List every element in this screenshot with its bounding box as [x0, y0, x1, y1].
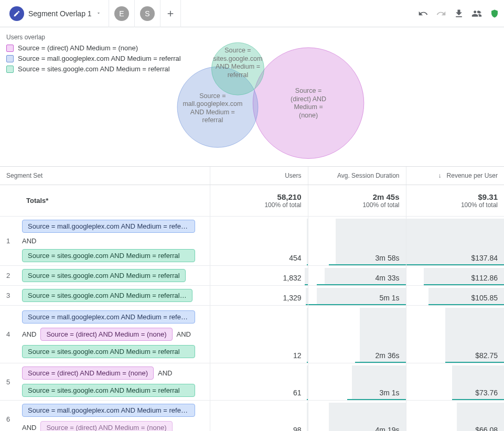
row-number: 6	[6, 415, 22, 423]
results-table: Segment Set Users Avg. Session Duration …	[0, 167, 504, 431]
tab-badge-e: E	[114, 6, 129, 21]
totals-dur: 2m 45s	[315, 192, 400, 201]
row-number: 4	[6, 330, 22, 338]
swatch-purple	[6, 45, 14, 52]
svg-text:referral: referral	[228, 71, 249, 79]
row-number: 5	[6, 378, 22, 386]
chip-direct[interactable]: Source = (direct) AND Medium = (none)	[40, 421, 172, 431]
cell-rev: $73.76	[475, 389, 498, 397]
tab-e[interactable]: E	[109, 0, 135, 27]
swatch-teal	[6, 66, 14, 73]
swatch-blue	[6, 55, 14, 62]
chevron-down-icon[interactable]	[96, 9, 101, 17]
pencil-icon	[9, 6, 24, 21]
tab-label: Segment Overlap 1	[28, 9, 92, 18]
cell-rev: $112.86	[471, 274, 498, 282]
venn-panel: Users overlap Source = (direct) AND Medi…	[0, 27, 504, 167]
cell-users: 61	[293, 389, 302, 397]
cell-users: 98	[293, 426, 302, 431]
legend-label: Source = (direct) AND Medium = (none)	[18, 44, 138, 52]
totals-rev-sub: 100% of total	[413, 201, 498, 209]
svg-text:Medium =: Medium =	[294, 103, 323, 111]
svg-text:Source =: Source =	[199, 92, 226, 100]
totals-users: 58,210	[217, 192, 302, 201]
table-row: 6 Source = mall.googleplex.com AND Mediu…	[0, 401, 504, 432]
row-number: 1	[6, 237, 22, 245]
totals-row: Totals* 58,210100% of total 2m 45s100% o…	[0, 185, 504, 217]
chip-sites[interactable]: Source = sites.google.com AND Medium = r…	[22, 269, 186, 282]
cell-users: 454	[289, 254, 301, 262]
cell-users: 1,832	[283, 274, 301, 282]
col-duration[interactable]: Avg. Session Duration	[308, 167, 406, 185]
redo-icon[interactable]	[436, 8, 446, 19]
undo-icon[interactable]	[418, 8, 428, 19]
col-segment[interactable]: Segment Set	[0, 167, 210, 185]
col-users[interactable]: Users	[210, 167, 308, 185]
cell-users: 1,329	[283, 294, 301, 302]
and-label: AND	[22, 424, 36, 431]
topbar-actions	[418, 8, 500, 19]
and-label: AND	[177, 330, 191, 338]
cell-dur: 4m 19s	[376, 426, 400, 431]
legend-label: Source = mall.googleplex.com AND Medium …	[18, 55, 181, 62]
svg-text:referral: referral	[202, 116, 223, 124]
svg-text:AND Medium =: AND Medium =	[190, 109, 235, 116]
cell-users: 12	[293, 351, 302, 360]
plus-icon	[166, 9, 175, 18]
cell-dur: 3m 58s	[376, 254, 400, 262]
totals-rev: $9.31	[413, 192, 498, 201]
svg-text:Source =: Source =	[295, 87, 321, 94]
svg-text:Source =: Source =	[224, 47, 251, 54]
cell-rev: $66.08	[475, 426, 498, 431]
chip-mall[interactable]: Source = mall.googleplex.com AND Medium …	[22, 310, 195, 324]
download-icon[interactable]	[454, 8, 464, 19]
tab-s[interactable]: S	[135, 0, 160, 27]
row-number: 2	[6, 272, 22, 279]
cell-rev: $105.85	[471, 294, 498, 302]
cell-rev: $137.84	[471, 254, 498, 262]
chip-sites-trunc[interactable]: Source = sites.google.com AND Medium = r…	[22, 289, 192, 302]
cell-dur: 4m 33s	[376, 274, 400, 282]
table-row: 5 Source = (direct) AND Medium = (none) …	[0, 363, 504, 401]
cell-dur: 3m 1s	[379, 389, 399, 397]
shield-icon[interactable]	[489, 8, 500, 19]
and-label: AND	[22, 237, 203, 245]
svg-text:mall.googleplex.com: mall.googleplex.com	[183, 100, 242, 107]
chip-direct[interactable]: Source = (direct) AND Medium = (none)	[40, 328, 172, 341]
chip-mall[interactable]: Source = mall.googleplex.com AND Medium …	[22, 220, 195, 233]
share-icon[interactable]	[471, 8, 482, 19]
add-tab[interactable]	[160, 0, 181, 27]
chip-mall[interactable]: Source = mall.googleplex.com AND Medium …	[22, 404, 195, 417]
chip-sites[interactable]: Source = sites.google.com AND Medium = r…	[22, 384, 195, 397]
topbar: Segment Overlap 1 E S	[0, 0, 504, 27]
cell-dur: 5m 1s	[379, 294, 399, 302]
chip-sites[interactable]: Source = sites.google.com AND Medium = r…	[22, 345, 195, 358]
active-tab[interactable]: Segment Overlap 1	[4, 0, 109, 27]
table-row: 1 Source = mall.googleplex.com AND Mediu…	[0, 217, 504, 266]
sort-desc-icon: ↓	[438, 172, 442, 179]
totals-users-sub: 100% of total	[217, 201, 302, 209]
chip-direct[interactable]: Source = (direct) AND Medium = (none)	[22, 367, 154, 380]
totals-label: Totals*	[6, 197, 203, 204]
cell-rev: $82.75	[475, 351, 498, 360]
and-label: AND	[158, 369, 172, 377]
svg-text:AND Medium =: AND Medium =	[216, 63, 260, 70]
legend-label: Source = sites.google.com AND Medium = r…	[18, 65, 170, 73]
col-revenue[interactable]: ↓Revenue per User	[406, 167, 504, 185]
svg-text:(direct) AND: (direct) AND	[291, 95, 326, 103]
table-row: 3 Source = sites.google.com AND Medium =…	[0, 286, 504, 306]
and-label: AND	[22, 330, 36, 338]
svg-text:(none): (none)	[299, 112, 318, 119]
row-number: 3	[6, 292, 22, 299]
tab-badge-s: S	[140, 6, 155, 21]
venn-diagram: Source = (direct) AND Medium = (none) So…	[157, 33, 409, 164]
cell-dur: 2m 36s	[376, 351, 400, 360]
table-row: 4 Source = mall.googleplex.com AND Mediu…	[0, 306, 504, 363]
col-revenue-label: Revenue per User	[447, 172, 498, 179]
table-row: 2 Source = sites.google.com AND Medium =…	[0, 266, 504, 286]
totals-dur-sub: 100% of total	[315, 201, 400, 209]
chip-sites[interactable]: Source = sites.google.com AND Medium = r…	[22, 249, 195, 262]
svg-text:sites.google.com: sites.google.com	[213, 55, 263, 62]
